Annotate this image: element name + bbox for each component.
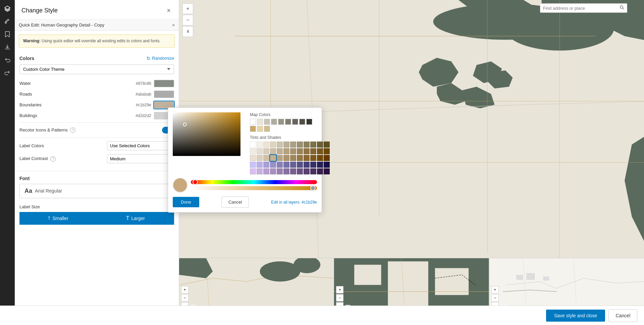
sidebar-icon-redo[interactable] xyxy=(1,66,13,78)
panel-close-button[interactable]: × xyxy=(165,5,172,16)
tint-4-2[interactable] xyxy=(263,168,269,174)
tint-3-7[interactable] xyxy=(297,162,303,168)
map-color-swatch-9[interactable] xyxy=(250,126,256,132)
minimap-2-zoom-out[interactable]: − xyxy=(336,294,343,302)
tint-3-9[interactable] xyxy=(310,162,316,168)
map-color-swatch-4[interactable] xyxy=(278,119,284,125)
map-color-swatch-3[interactable] xyxy=(271,119,277,125)
tint-2-8[interactable] xyxy=(304,155,310,161)
tint-3-6[interactable] xyxy=(290,162,296,168)
map-color-swatch-2[interactable] xyxy=(264,119,270,125)
tint-4-1[interactable] xyxy=(257,168,263,174)
tint-4-0[interactable] xyxy=(250,168,256,174)
tint-1-6[interactable] xyxy=(290,148,296,154)
map-color-swatch-0[interactable] xyxy=(250,119,256,125)
tint-3-8[interactable] xyxy=(304,162,310,168)
tint-1-2[interactable] xyxy=(263,148,269,154)
sidebar-icon-download[interactable] xyxy=(1,41,13,53)
alpha-thumb[interactable] xyxy=(310,185,316,191)
map-color-swatch-10[interactable] xyxy=(257,126,263,132)
tint-3-5[interactable] xyxy=(283,162,289,168)
minimap-2-zoom-in[interactable]: + xyxy=(336,286,343,293)
tint-0-9[interactable] xyxy=(310,142,316,148)
tint-0-10[interactable] xyxy=(317,142,323,148)
save-style-button[interactable]: Save style and close xyxy=(546,310,605,322)
tint-2-7[interactable] xyxy=(297,155,303,161)
tint-4-5[interactable] xyxy=(283,168,289,174)
smaller-button[interactable]: T Smaller xyxy=(19,212,97,225)
map-color-swatch-11[interactable] xyxy=(264,126,270,132)
tint-0-11[interactable] xyxy=(324,142,330,148)
tint-0-2[interactable] xyxy=(263,142,269,148)
map-color-swatch-6[interactable] xyxy=(292,119,298,125)
picker-gradient[interactable] xyxy=(173,112,240,156)
minimap-3-zoom-out[interactable]: − xyxy=(491,294,499,302)
tint-2-0[interactable] xyxy=(250,155,256,161)
hue-thumb[interactable] xyxy=(193,179,198,185)
randomize-button[interactable]: ↻ Randomize xyxy=(147,56,174,61)
minimap-3-zoom-in[interactable]: + xyxy=(491,286,499,293)
roads-swatch[interactable] xyxy=(154,91,174,98)
minimap-1-zoom-out[interactable]: − xyxy=(181,294,189,302)
tint-2-3[interactable] xyxy=(270,155,276,161)
tint-1-9[interactable] xyxy=(310,148,316,154)
map-color-swatch-5[interactable] xyxy=(285,119,291,125)
font-preview-box[interactable]: Aa Arial Regular xyxy=(19,184,174,198)
tint-2-4[interactable] xyxy=(277,155,283,161)
bottom-cancel-button[interactable]: Cancel xyxy=(608,309,637,322)
picker-done-button[interactable]: Done xyxy=(173,197,199,207)
recolor-help-icon[interactable]: ? xyxy=(70,127,75,133)
label-contrast-help-icon[interactable]: ? xyxy=(50,156,56,162)
minimap-2[interactable]: + − ⌕ 9 DCGIS, M-NCPPC, VITA, Esri, HERE… xyxy=(334,258,489,312)
tint-4-6[interactable] xyxy=(290,168,296,174)
sidebar-icon-undo[interactable] xyxy=(1,54,13,66)
sidebar-icon-bookmark[interactable] xyxy=(1,28,13,40)
tint-1-11[interactable] xyxy=(324,148,330,154)
map-color-swatch-8[interactable] xyxy=(306,119,312,125)
tint-0-7[interactable] xyxy=(297,142,303,148)
search-input[interactable] xyxy=(543,6,620,11)
tint-0-5[interactable] xyxy=(283,142,289,148)
label-colors-select[interactable]: Use Selected ColorsDefaultCustom xyxy=(107,141,174,150)
tint-3-3[interactable] xyxy=(270,162,276,168)
larger-button[interactable]: T Larger xyxy=(97,212,174,225)
tint-0-4[interactable] xyxy=(277,142,283,148)
tint-4-9[interactable] xyxy=(310,168,316,174)
tint-4-7[interactable] xyxy=(297,168,303,174)
tint-0-6[interactable] xyxy=(290,142,296,148)
tint-4-11[interactable] xyxy=(324,168,330,174)
tint-2-1[interactable] xyxy=(257,155,263,161)
tint-1-5[interactable] xyxy=(283,148,289,154)
tint-2-10[interactable] xyxy=(317,155,323,161)
map-color-swatch-7[interactable] xyxy=(299,119,305,125)
zoom-in-button[interactable]: + xyxy=(182,3,193,14)
tint-4-8[interactable] xyxy=(304,168,310,174)
tint-1-3[interactable] xyxy=(270,148,276,154)
tint-3-4[interactable] xyxy=(277,162,283,168)
tint-1-8[interactable] xyxy=(304,148,310,154)
minimap-1-zoom-in[interactable]: + xyxy=(181,286,189,293)
sidebar-icon-layers[interactable] xyxy=(1,3,13,15)
tint-1-7[interactable] xyxy=(297,148,303,154)
tint-2-9[interactable] xyxy=(310,155,316,161)
tint-3-11[interactable] xyxy=(324,162,330,168)
tint-1-1[interactable] xyxy=(257,148,263,154)
tint-4-3[interactable] xyxy=(270,168,276,174)
tint-3-10[interactable] xyxy=(317,162,323,168)
edit-all-layers-button[interactable]: Edit in all layers: #c1b29e xyxy=(271,200,317,205)
theme-select[interactable]: Custom Color ThemeDefaultDarkLight xyxy=(19,64,174,74)
label-contrast-select[interactable]: LowMediumHigh xyxy=(107,154,174,163)
tint-0-3[interactable] xyxy=(270,142,276,148)
tint-3-0[interactable] xyxy=(250,162,256,168)
tint-2-11[interactable] xyxy=(324,155,330,161)
tint-0-0[interactable] xyxy=(250,142,256,148)
sidebar-icon-paint[interactable] xyxy=(1,15,13,28)
tint-1-10[interactable] xyxy=(317,148,323,154)
tint-2-5[interactable] xyxy=(283,155,289,161)
tint-0-1[interactable] xyxy=(257,142,263,148)
collapse-button[interactable]: « xyxy=(172,22,175,28)
tint-0-8[interactable] xyxy=(304,142,310,148)
tint-3-1[interactable] xyxy=(257,162,263,168)
search-button[interactable] xyxy=(620,5,624,11)
zoom-out-button[interactable]: − xyxy=(182,15,193,25)
